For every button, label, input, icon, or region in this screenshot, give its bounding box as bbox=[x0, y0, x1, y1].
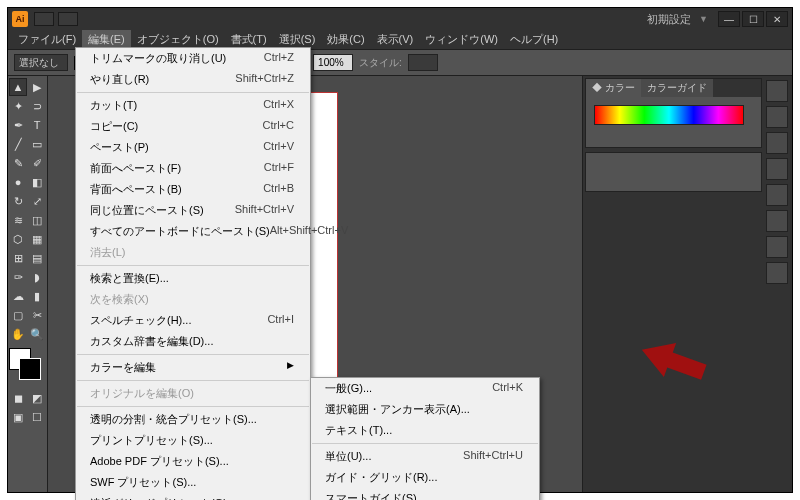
type-tool[interactable]: T bbox=[28, 116, 46, 134]
style-label: スタイル: bbox=[359, 56, 402, 70]
edit-menu-item[interactable]: カット(T)Ctrl+X bbox=[76, 95, 310, 116]
free-transform-tool[interactable]: ◫ bbox=[28, 211, 46, 229]
edit-menu-item[interactable]: すべてのアートボードにペースト(S)Alt+Shift+Ctrl+V bbox=[76, 221, 310, 242]
edit-menu-item[interactable]: 遠近グリッドプリセット(G)... bbox=[76, 493, 310, 500]
screen-mode-2[interactable]: ☐ bbox=[28, 408, 46, 426]
edit-menu-item[interactable]: プリントプリセット(S)... bbox=[76, 430, 310, 451]
lasso-tool[interactable]: ⊃ bbox=[28, 97, 46, 115]
panel-strip bbox=[764, 76, 792, 492]
menu-view[interactable]: 表示(V) bbox=[371, 30, 420, 49]
toolbar: ▲▶ ✦⊃ ✒T ╱▭ ✎✐ ●◧ ↻⤢ ≋◫ ⬡▦ ⊞▤ ✑◗ ☁▮ ▢✂ ✋… bbox=[8, 76, 48, 492]
edit-menu-dropdown: トリムマークの取り消し(U)Ctrl+Zやり直し(R)Shift+Ctrl+Zカ… bbox=[75, 47, 311, 500]
line-tool[interactable]: ╱ bbox=[9, 135, 27, 153]
eraser-tool[interactable]: ◧ bbox=[28, 173, 46, 191]
edit-menu-item[interactable]: 前面へペースト(F)Ctrl+F bbox=[76, 158, 310, 179]
edit-menu-item[interactable]: 透明の分割・統合プリセット(S)... bbox=[76, 409, 310, 430]
workspace-preset[interactable]: 初期設定 bbox=[647, 12, 691, 27]
strip-icon-5[interactable] bbox=[766, 184, 788, 206]
edit-menu-item: オリジナルを編集(O) bbox=[76, 383, 310, 404]
scale-tool[interactable]: ⤢ bbox=[28, 192, 46, 210]
strip-icon-1[interactable] bbox=[766, 80, 788, 102]
slice-tool[interactable]: ✂ bbox=[28, 306, 46, 324]
edit-menu-item[interactable]: コピー(C)Ctrl+C bbox=[76, 116, 310, 137]
style-value[interactable] bbox=[408, 54, 438, 71]
fill-mode[interactable]: ◼ bbox=[9, 389, 27, 407]
hand-tool[interactable]: ✋ bbox=[9, 325, 27, 343]
titlebar: Ai 初期設定 ▼ — ☐ ✕ bbox=[8, 8, 792, 30]
screen-mode[interactable]: ▣ bbox=[9, 408, 27, 426]
edit-menu-item[interactable]: 同じ位置にペースト(S)Shift+Ctrl+V bbox=[76, 200, 310, 221]
strip-icon-7[interactable] bbox=[766, 236, 788, 258]
annotation-arrow bbox=[630, 330, 710, 390]
direct-select-tool[interactable]: ▶ bbox=[28, 78, 46, 96]
close-button[interactable]: ✕ bbox=[766, 11, 788, 27]
tab-color-guide[interactable]: カラーガイド bbox=[641, 79, 713, 97]
brush-tool[interactable]: ✎ bbox=[9, 154, 27, 172]
menu-file[interactable]: ファイル(F) bbox=[12, 30, 82, 49]
maximize-button[interactable]: ☐ bbox=[742, 11, 764, 27]
tab-color[interactable]: ◆ カラー bbox=[586, 79, 641, 97]
pref-menu-item[interactable]: スマートガイド(S)... bbox=[311, 488, 539, 500]
edit-menu-item: 消去(L) bbox=[76, 242, 310, 263]
edit-menu-item[interactable]: やり直し(R)Shift+Ctrl+Z bbox=[76, 69, 310, 90]
magic-wand-tool[interactable]: ✦ bbox=[9, 97, 27, 115]
edit-menu-item[interactable]: スペルチェック(H)...Ctrl+I bbox=[76, 310, 310, 331]
color-swatches[interactable] bbox=[9, 348, 45, 384]
graph-tool[interactable]: ▮ bbox=[28, 287, 46, 305]
menu-window[interactable]: ウィンドウ(W) bbox=[419, 30, 504, 49]
minimize-button[interactable]: — bbox=[718, 11, 740, 27]
artboard-tool[interactable]: ▢ bbox=[9, 306, 27, 324]
pref-menu-item[interactable]: 一般(G)...Ctrl+K bbox=[311, 378, 539, 399]
opacity-value[interactable]: 100% bbox=[313, 54, 353, 71]
menu-effect[interactable]: 効果(C) bbox=[321, 30, 370, 49]
strip-icon-2[interactable] bbox=[766, 106, 788, 128]
gradient-mode[interactable]: ◩ bbox=[28, 389, 46, 407]
strip-icon-8[interactable] bbox=[766, 262, 788, 284]
pref-menu-item[interactable]: テキスト(T)... bbox=[311, 420, 539, 441]
edit-menu-item[interactable]: SWF プリセット(S)... bbox=[76, 472, 310, 493]
pen-tool[interactable]: ✒ bbox=[9, 116, 27, 134]
layout-icon[interactable] bbox=[58, 12, 78, 26]
perspective-tool[interactable]: ▦ bbox=[28, 230, 46, 248]
zoom-tool[interactable]: 🔍 bbox=[28, 325, 46, 343]
color-panel[interactable]: ◆ カラー カラーガイド bbox=[585, 78, 762, 148]
panel-2[interactable] bbox=[585, 152, 762, 192]
rotate-tool[interactable]: ↻ bbox=[9, 192, 27, 210]
edit-menu-item[interactable]: ペースト(P)Ctrl+V bbox=[76, 137, 310, 158]
shape-builder-tool[interactable]: ⬡ bbox=[9, 230, 27, 248]
selection-tool[interactable]: ▲ bbox=[9, 78, 27, 96]
panels: ◆ カラー カラーガイド bbox=[582, 76, 792, 492]
symbol-tool[interactable]: ☁ bbox=[9, 287, 27, 305]
strip-icon-3[interactable] bbox=[766, 132, 788, 154]
edit-menu-item[interactable]: カラーを編集▶ bbox=[76, 357, 310, 378]
blob-tool[interactable]: ● bbox=[9, 173, 27, 191]
pencil-tool[interactable]: ✐ bbox=[28, 154, 46, 172]
edit-menu-item[interactable]: カスタム辞書を編集(D)... bbox=[76, 331, 310, 352]
pref-menu-item[interactable]: 単位(U)...Shift+Ctrl+U bbox=[311, 446, 539, 467]
pref-menu-item[interactable]: 選択範囲・アンカー表示(A)... bbox=[311, 399, 539, 420]
app-icon: Ai bbox=[12, 11, 28, 27]
gradient-tool[interactable]: ▤ bbox=[28, 249, 46, 267]
no-selection-label: 選択なし bbox=[14, 54, 68, 71]
blend-tool[interactable]: ◗ bbox=[28, 268, 46, 286]
rect-tool[interactable]: ▭ bbox=[28, 135, 46, 153]
stroke-color[interactable] bbox=[19, 358, 41, 380]
edit-menu-item[interactable]: 検索と置換(E)... bbox=[76, 268, 310, 289]
mesh-tool[interactable]: ⊞ bbox=[9, 249, 27, 267]
svg-marker-0 bbox=[636, 333, 710, 389]
pref-menu-item[interactable]: ガイド・グリッド(R)... bbox=[311, 467, 539, 488]
edit-menu-item[interactable]: トリムマークの取り消し(U)Ctrl+Z bbox=[76, 48, 310, 69]
strip-icon-6[interactable] bbox=[766, 210, 788, 232]
edit-menu-item: 次を検索(X) bbox=[76, 289, 310, 310]
eyedropper-tool[interactable]: ✑ bbox=[9, 268, 27, 286]
menu-help[interactable]: ヘルプ(H) bbox=[504, 30, 564, 49]
width-tool[interactable]: ≋ bbox=[9, 211, 27, 229]
edit-menu-item[interactable]: Adobe PDF プリセット(S)... bbox=[76, 451, 310, 472]
strip-icon-4[interactable] bbox=[766, 158, 788, 180]
edit-menu-item[interactable]: 背面へペースト(B)Ctrl+B bbox=[76, 179, 310, 200]
doc-tab-icon[interactable] bbox=[34, 12, 54, 26]
preferences-submenu: 一般(G)...Ctrl+K選択範囲・アンカー表示(A)...テキスト(T)..… bbox=[310, 377, 540, 500]
color-spectrum[interactable] bbox=[594, 105, 744, 125]
